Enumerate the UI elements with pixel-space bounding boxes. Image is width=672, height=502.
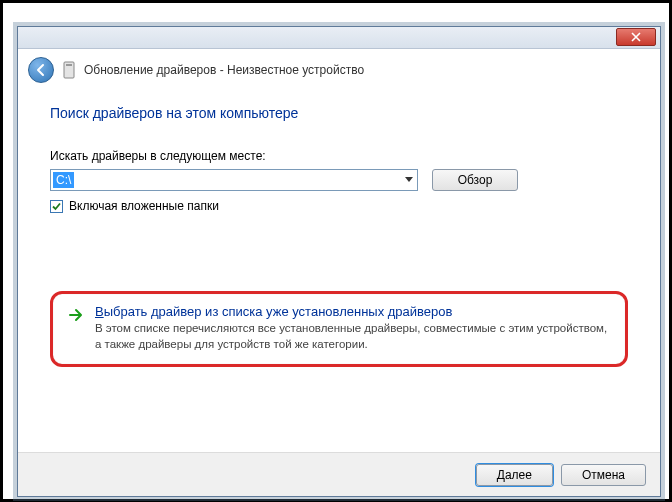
close-icon — [631, 32, 641, 42]
include-subfolders-checkbox[interactable] — [50, 200, 63, 213]
titlebar — [18, 27, 660, 49]
commandlink-title: Выбрать драйвер из списка уже установлен… — [95, 304, 611, 319]
arrow-left-icon — [34, 63, 48, 77]
commandlink-description: В этом списке перечисляются все установл… — [95, 321, 611, 352]
pick-from-list-commandlink[interactable]: Выбрать драйвер из списка уже установлен… — [50, 291, 628, 367]
close-button[interactable] — [616, 28, 656, 46]
check-icon — [51, 201, 62, 212]
path-combobox[interactable]: C:\ — [50, 169, 418, 191]
arrow-right-icon — [67, 306, 85, 352]
chevron-down-icon — [405, 177, 413, 183]
wizard-window: Обновление драйверов - Неизвестное устро… — [17, 26, 661, 497]
outer-frame: Обновление драйверов - Неизвестное устро… — [0, 0, 672, 502]
next-button[interactable]: Далее — [476, 464, 553, 486]
path-value: C:\ — [53, 172, 74, 188]
path-row: C:\ Обзор — [50, 169, 628, 191]
cancel-button[interactable]: Отмена — [561, 464, 646, 486]
commandlink-text: Выбрать драйвер из списка уже установлен… — [95, 304, 611, 352]
include-subfolders-label: Включая вложенные папки — [69, 199, 219, 213]
device-icon — [62, 61, 76, 79]
page-title: Поиск драйверов на этом компьютере — [50, 105, 628, 121]
search-location-label: Искать драйверы в следующем месте: — [50, 149, 628, 163]
include-subfolders-row: Включая вложенные папки — [50, 199, 628, 213]
svg-rect-1 — [66, 64, 72, 66]
footer: Далее Отмена — [18, 452, 660, 496]
window-title: Обновление драйверов - Неизвестное устро… — [84, 63, 364, 77]
back-button[interactable] — [28, 57, 54, 83]
content-area: Поиск драйверов на этом компьютере Искат… — [18, 93, 660, 367]
header: Обновление драйверов - Неизвестное устро… — [18, 49, 660, 93]
browse-button[interactable]: Обзор — [432, 169, 518, 191]
